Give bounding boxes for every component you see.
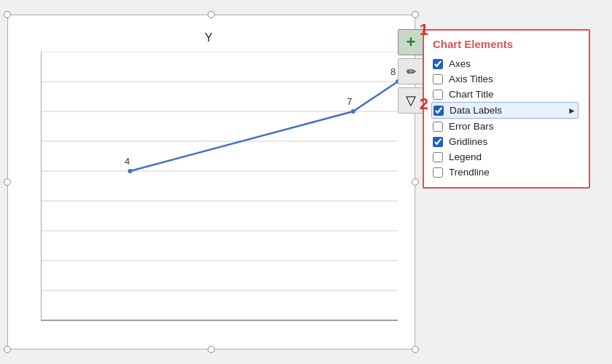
y-axis-label: Y <box>205 31 213 44</box>
handle-bottom[interactable] <box>208 346 215 353</box>
data-labels-arrow: ► <box>568 106 576 116</box>
panel-item-legend[interactable]: Legend <box>431 149 578 165</box>
panel-item-error-bars[interactable]: Error Bars <box>431 119 578 134</box>
handle-right[interactable] <box>412 178 419 186</box>
axis-titles-checkbox[interactable] <box>433 74 443 84</box>
handle-top[interactable] <box>208 11 215 18</box>
svg-text:7: 7 <box>347 96 352 107</box>
error-bars-label: Error Bars <box>449 121 494 132</box>
panel-item-axes[interactable]: Axes <box>431 56 578 71</box>
handle-br[interactable] <box>412 346 419 353</box>
chart-svg: 4 7 8 0 1 2 3 4 5 6 7 8 9 0 2 4 6 8 <box>41 52 398 321</box>
chart-title-checkbox[interactable] <box>433 90 443 100</box>
trendline-checkbox[interactable] <box>433 167 443 178</box>
error-bars-checkbox[interactable] <box>433 122 443 132</box>
axes-label: Axes <box>449 58 471 69</box>
gridlines-label: Gridlines <box>449 136 487 147</box>
axis-titles-label: Axis Titles <box>449 74 493 84</box>
panel-item-axis-titles[interactable]: Axis Titles <box>431 71 578 87</box>
legend-checkbox[interactable] <box>433 152 443 162</box>
trendline-label: Trendline <box>449 167 490 178</box>
panel-item-data-labels[interactable]: Data Labels ► <box>431 102 578 119</box>
handle-tr[interactable] <box>412 11 419 18</box>
svg-point-13 <box>351 109 356 114</box>
chart-title-label: Chart Title <box>449 89 494 100</box>
gridlines-checkbox[interactable] <box>433 137 443 147</box>
panel-item-chart-title[interactable]: Chart Title <box>431 87 578 102</box>
chart-area: Y 4 7 8 <box>7 15 415 349</box>
axes-checkbox[interactable] <box>433 59 443 69</box>
svg-point-12 <box>128 169 133 173</box>
chart-styles-button[interactable]: ✏ <box>398 58 424 84</box>
data-labels-label: Data Labels <box>450 105 502 116</box>
legend-label: Legend <box>449 151 482 162</box>
svg-text:8: 8 <box>391 66 396 77</box>
panel-item-gridlines[interactable]: Gridlines <box>431 134 578 149</box>
badge-2: 2 <box>420 95 428 114</box>
handle-tl[interactable] <box>4 11 11 18</box>
badge-1: 1 <box>420 20 428 39</box>
data-labels-checkbox[interactable] <box>434 106 444 116</box>
panel-title: Chart Elements <box>431 38 578 50</box>
chart-elements-panel: Chart Elements Axes Axis Titles Chart Ti… <box>423 29 590 189</box>
main-container: Y 4 7 8 <box>0 0 612 364</box>
svg-text:4: 4 <box>125 156 130 167</box>
handle-left[interactable] <box>4 178 11 186</box>
panel-item-trendline[interactable]: Trendline <box>431 165 578 180</box>
handle-bl[interactable] <box>4 346 11 353</box>
